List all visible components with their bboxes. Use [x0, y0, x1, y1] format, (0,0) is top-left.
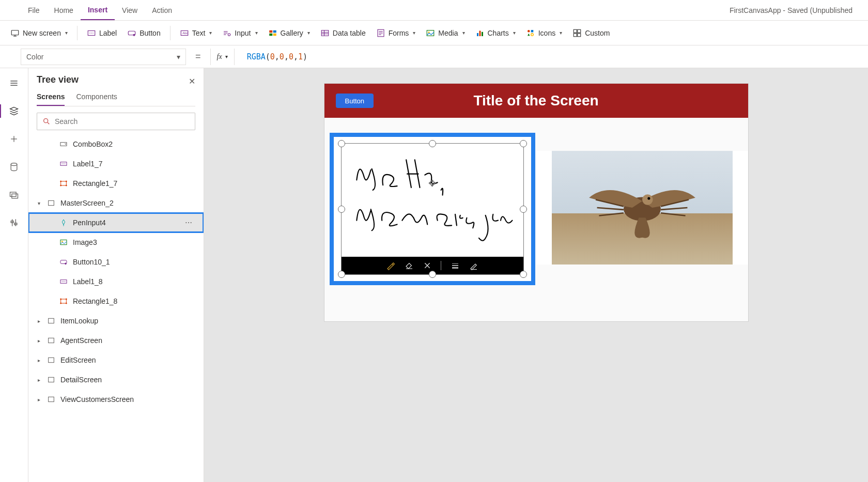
- tree-view-title: Tree view: [37, 74, 195, 85]
- svg-marker-32: [528, 33, 530, 36]
- insert-charts-button[interactable]: Charts▾: [470, 24, 521, 42]
- datatable-icon: [320, 28, 330, 38]
- pen-erase-tool[interactable]: [405, 261, 414, 270]
- insert-text-button[interactable]: Abc Text▾: [175, 24, 218, 42]
- new-screen-button[interactable]: New screen▾: [5, 24, 73, 42]
- resize-handle-ml[interactable]: [338, 206, 345, 213]
- data-rail-icon[interactable]: [8, 161, 20, 173]
- insert-datatable-button[interactable]: Data table: [315, 24, 371, 42]
- chevron-icon: ▸: [36, 357, 42, 363]
- tree-item-combobox2[interactable]: ComboBox2: [28, 134, 204, 154]
- pen-draw-tool[interactable]: [386, 261, 395, 270]
- tree-view-panel: ✕ Tree view Screens Components ComboBox2…: [28, 68, 204, 482]
- tree-item-itemlookup[interactable]: ▸ItemLookup: [28, 311, 204, 331]
- tree-item-agentscreen[interactable]: ▸AgentScreen: [28, 331, 204, 350]
- tree-view-rail-icon[interactable]: [8, 105, 20, 117]
- svg-rect-61: [49, 200, 54, 205]
- formula-bar: Color▾ = fx▾ RGBA(0, 0, 0, 1): [0, 45, 868, 68]
- resize-handle-bl[interactable]: [338, 271, 345, 278]
- tree-item-label: ComboBox2: [73, 140, 113, 148]
- move-cursor-icon: ✥: [428, 178, 436, 189]
- menu-action[interactable]: Action: [145, 0, 179, 20]
- property-selector[interactable]: Color▾: [21, 49, 186, 65]
- tree-item-label1_8[interactable]: Label1_8: [28, 272, 204, 291]
- canvas-area[interactable]: Button Title of the Screen: [204, 68, 868, 482]
- text-icon: Abc: [180, 28, 189, 38]
- resize-handle-tr[interactable]: [520, 140, 527, 147]
- search-box[interactable]: [37, 113, 195, 130]
- canvas-button-control[interactable]: Button: [336, 94, 374, 108]
- close-button[interactable]: ✕: [187, 74, 197, 88]
- insert-forms-button[interactable]: Forms▾: [371, 24, 421, 42]
- tree-item-button10_1[interactable]: Button10_1: [28, 252, 204, 272]
- insert-custom-button[interactable]: Custom: [567, 24, 615, 42]
- resize-handle-br[interactable]: [520, 271, 527, 278]
- menu-file[interactable]: File: [21, 0, 47, 20]
- insert-button-button[interactable]: Button: [122, 24, 165, 42]
- tab-components[interactable]: Components: [76, 92, 117, 106]
- screen-plus-icon: [10, 28, 20, 38]
- tree-item-rectangle1_8[interactable]: Rectangle1_8: [28, 291, 204, 311]
- chevron-icon: ▾: [36, 200, 42, 206]
- svg-rect-75: [49, 338, 54, 343]
- pen-lineweight-tool[interactable]: [451, 261, 460, 270]
- canvas-screen[interactable]: Button Title of the Screen: [324, 84, 748, 321]
- formula-fx-button[interactable]: fx▾: [210, 49, 235, 65]
- image-icon: [59, 238, 68, 246]
- svg-rect-15: [269, 33, 272, 36]
- advanced-rail-icon[interactable]: [8, 217, 20, 228]
- svg-point-59: [60, 185, 61, 186]
- insert-input-button[interactable]: Input▾: [217, 24, 262, 42]
- svg-rect-14: [273, 30, 276, 33]
- menu-home[interactable]: Home: [47, 0, 81, 20]
- svg-point-72: [60, 303, 61, 304]
- more-options-button[interactable]: ⋯: [185, 219, 193, 227]
- svg-rect-45: [10, 192, 17, 196]
- search-input[interactable]: [55, 117, 190, 126]
- insert-label-button[interactable]: Label: [82, 24, 122, 42]
- svg-rect-76: [49, 357, 54, 362]
- tree-item-image3[interactable]: Image3: [28, 232, 204, 252]
- insert-icons-button[interactable]: Icons▾: [521, 24, 567, 42]
- tree-item-label1_7[interactable]: Label1_7: [28, 154, 204, 174]
- tree-item-label: Image3: [73, 238, 97, 246]
- resize-handle-bm[interactable]: [429, 271, 436, 278]
- insert-gallery-button[interactable]: Gallery▾: [263, 24, 315, 42]
- svg-point-58: [66, 181, 67, 182]
- svg-point-44: [11, 163, 17, 166]
- svg-rect-27: [477, 33, 478, 36]
- tree-item-label: Rectangle1_7: [73, 179, 117, 188]
- pen-clear-tool[interactable]: [423, 261, 431, 270]
- formula-input[interactable]: RGBA(0, 0, 0, 1): [241, 52, 860, 61]
- tree-item-detailscreen[interactable]: ▸DetailScreen: [28, 370, 204, 390]
- tab-screens[interactable]: Screens: [37, 92, 65, 106]
- icons-icon: [526, 28, 535, 38]
- hamburger-icon[interactable]: [8, 77, 20, 89]
- tree-item-rectangle1_7[interactable]: Rectangle1_7: [28, 174, 204, 193]
- pen-strokes: [342, 144, 523, 257]
- menu-insert[interactable]: Insert: [81, 0, 115, 20]
- pen-input-control[interactable]: ✥: [330, 133, 535, 285]
- tree-item-label: MasterScreen_2: [60, 199, 114, 207]
- media-rail-icon[interactable]: [8, 189, 20, 200]
- svg-rect-36: [574, 33, 577, 36]
- svg-rect-17: [321, 30, 329, 36]
- svg-rect-46: [12, 194, 18, 198]
- svg-rect-29: [482, 32, 483, 36]
- rectangle-icon: [59, 297, 68, 305]
- resize-handle-tm[interactable]: [429, 140, 436, 147]
- canvas-image-control[interactable]: [552, 151, 733, 265]
- tree-item-viewcustomersscreen[interactable]: ▸ViewCustomersScreen: [28, 390, 204, 409]
- tree-item-peninput4[interactable]: PenInput4⋯: [28, 213, 204, 232]
- pen-color-tool[interactable]: [469, 261, 478, 270]
- insert-media-button[interactable]: Media▾: [421, 24, 470, 42]
- svg-rect-34: [574, 29, 577, 33]
- resize-handle-mr[interactable]: [520, 206, 527, 213]
- screen-icon: [47, 395, 55, 403]
- insert-rail-icon[interactable]: [8, 133, 20, 145]
- menu-view[interactable]: View: [115, 0, 145, 20]
- tree-item-editscreen[interactable]: ▸EditScreen: [28, 350, 204, 370]
- tree-item-masterscreen_2[interactable]: ▾MasterScreen_2: [28, 193, 204, 213]
- tree-item-label: Rectangle1_8: [73, 297, 117, 305]
- resize-handle-tl[interactable]: [338, 140, 345, 147]
